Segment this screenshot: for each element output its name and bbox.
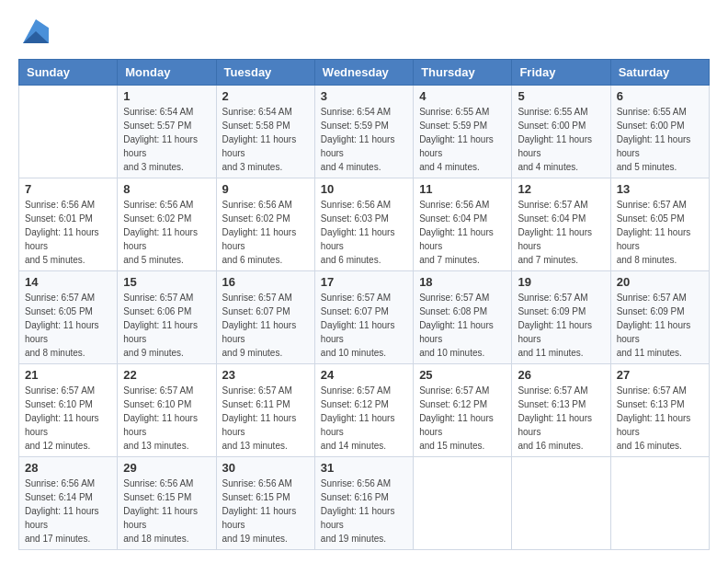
calendar-cell: 10Sunrise: 6:56 AMSunset: 6:03 PMDayligh…	[314, 178, 413, 271]
calendar-cell: 14Sunrise: 6:57 AMSunset: 6:05 PMDayligh…	[19, 271, 118, 364]
day-number: 18	[419, 275, 506, 289]
calendar-cell	[512, 457, 610, 550]
calendar-cell: 29Sunrise: 6:56 AMSunset: 6:15 PMDayligh…	[118, 457, 216, 550]
calendar-cell: 7Sunrise: 6:56 AMSunset: 6:01 PMDaylight…	[19, 178, 118, 271]
day-number: 16	[222, 275, 309, 289]
sun-info: Sunrise: 6:57 AMSunset: 6:12 PMDaylight:…	[321, 384, 407, 453]
day-number: 9	[222, 182, 309, 196]
day-number: 30	[222, 461, 309, 475]
calendar-cell: 20Sunrise: 6:57 AMSunset: 6:09 PMDayligh…	[610, 271, 709, 364]
day-number: 31	[321, 461, 407, 475]
calendar-cell: 26Sunrise: 6:57 AMSunset: 6:13 PMDayligh…	[512, 364, 610, 457]
sun-info: Sunrise: 6:56 AMSunset: 6:15 PMDaylight:…	[222, 477, 309, 546]
sun-info: Sunrise: 6:56 AMSunset: 6:14 PMDaylight:…	[25, 477, 111, 546]
calendar-cell: 21Sunrise: 6:57 AMSunset: 6:10 PMDayligh…	[19, 364, 118, 457]
day-header-thursday: Thursday	[414, 60, 512, 86]
sun-info: Sunrise: 6:55 AMSunset: 5:59 PMDaylight:…	[419, 105, 506, 174]
day-number: 8	[123, 182, 210, 196]
calendar-cell: 1Sunrise: 6:54 AMSunset: 5:57 PMDaylight…	[118, 86, 216, 178]
day-number: 13	[617, 182, 703, 196]
calendar-cell: 22Sunrise: 6:57 AMSunset: 6:10 PMDayligh…	[118, 364, 216, 457]
calendar-cell: 28Sunrise: 6:56 AMSunset: 6:14 PMDayligh…	[19, 457, 118, 550]
calendar-cell	[610, 457, 709, 550]
calendar-cell: 18Sunrise: 6:57 AMSunset: 6:08 PMDayligh…	[414, 271, 512, 364]
sun-info: Sunrise: 6:57 AMSunset: 6:05 PMDaylight:…	[25, 291, 111, 360]
calendar-cell: 5Sunrise: 6:55 AMSunset: 6:00 PMDaylight…	[512, 86, 610, 178]
calendar-cell: 2Sunrise: 6:54 AMSunset: 5:58 PMDaylight…	[216, 86, 314, 178]
calendar-cell	[19, 86, 118, 178]
calendar-cell: 30Sunrise: 6:56 AMSunset: 6:15 PMDayligh…	[216, 457, 314, 550]
sun-info: Sunrise: 6:57 AMSunset: 6:08 PMDaylight:…	[419, 291, 506, 360]
header	[18, 18, 710, 44]
day-number: 17	[321, 275, 407, 289]
day-number: 26	[518, 368, 604, 382]
sun-info: Sunrise: 6:57 AMSunset: 6:04 PMDaylight:…	[518, 198, 604, 267]
day-number: 6	[617, 89, 703, 103]
day-number: 2	[222, 89, 309, 103]
logo-icon	[23, 18, 49, 44]
calendar-cell: 8Sunrise: 6:56 AMSunset: 6:02 PMDaylight…	[118, 178, 216, 271]
day-number: 24	[321, 368, 407, 382]
calendar-cell	[414, 457, 512, 550]
calendar-cell: 15Sunrise: 6:57 AMSunset: 6:06 PMDayligh…	[118, 271, 216, 364]
day-number: 3	[321, 89, 407, 103]
calendar-cell: 12Sunrise: 6:57 AMSunset: 6:04 PMDayligh…	[512, 178, 610, 271]
day-number: 12	[518, 182, 604, 196]
sun-info: Sunrise: 6:56 AMSunset: 6:02 PMDaylight:…	[123, 198, 210, 267]
day-header-sunday: Sunday	[19, 60, 118, 86]
calendar-cell: 27Sunrise: 6:57 AMSunset: 6:13 PMDayligh…	[610, 364, 709, 457]
sun-info: Sunrise: 6:57 AMSunset: 6:13 PMDaylight:…	[518, 384, 604, 453]
sun-info: Sunrise: 6:57 AMSunset: 6:12 PMDaylight:…	[419, 384, 506, 453]
sun-info: Sunrise: 6:56 AMSunset: 6:01 PMDaylight:…	[25, 198, 111, 267]
sun-info: Sunrise: 6:54 AMSunset: 5:59 PMDaylight:…	[321, 105, 407, 174]
calendar-cell: 9Sunrise: 6:56 AMSunset: 6:02 PMDaylight…	[216, 178, 314, 271]
sun-info: Sunrise: 6:56 AMSunset: 6:15 PMDaylight:…	[123, 477, 210, 546]
sun-info: Sunrise: 6:57 AMSunset: 6:10 PMDaylight:…	[25, 384, 111, 453]
calendar-cell: 13Sunrise: 6:57 AMSunset: 6:05 PMDayligh…	[610, 178, 709, 271]
day-number: 10	[321, 182, 407, 196]
day-number: 25	[419, 368, 506, 382]
calendar-week-row: 28Sunrise: 6:56 AMSunset: 6:14 PMDayligh…	[19, 457, 710, 550]
day-number: 20	[617, 275, 703, 289]
sun-info: Sunrise: 6:57 AMSunset: 6:07 PMDaylight:…	[321, 291, 407, 360]
day-number: 28	[25, 461, 111, 475]
calendar-cell: 11Sunrise: 6:56 AMSunset: 6:04 PMDayligh…	[414, 178, 512, 271]
day-header-tuesday: Tuesday	[216, 60, 314, 86]
day-number: 29	[123, 461, 210, 475]
calendar-cell: 3Sunrise: 6:54 AMSunset: 5:59 PMDaylight…	[314, 86, 413, 178]
day-number: 15	[123, 275, 210, 289]
day-header-wednesday: Wednesday	[314, 60, 413, 86]
calendar-cell: 16Sunrise: 6:57 AMSunset: 6:07 PMDayligh…	[216, 271, 314, 364]
day-number: 19	[518, 275, 604, 289]
sun-info: Sunrise: 6:56 AMSunset: 6:02 PMDaylight:…	[222, 198, 309, 267]
day-header-friday: Friday	[512, 60, 610, 86]
day-number: 21	[25, 368, 111, 382]
day-number: 23	[222, 368, 309, 382]
calendar-week-row: 14Sunrise: 6:57 AMSunset: 6:05 PMDayligh…	[19, 271, 710, 364]
sun-info: Sunrise: 6:55 AMSunset: 6:00 PMDaylight:…	[518, 105, 604, 174]
sun-info: Sunrise: 6:57 AMSunset: 6:05 PMDaylight:…	[617, 198, 703, 267]
calendar-cell: 4Sunrise: 6:55 AMSunset: 5:59 PMDaylight…	[414, 86, 512, 178]
day-number: 14	[25, 275, 111, 289]
sun-info: Sunrise: 6:54 AMSunset: 5:58 PMDaylight:…	[222, 105, 309, 174]
sun-info: Sunrise: 6:57 AMSunset: 6:06 PMDaylight:…	[123, 291, 210, 360]
calendar-cell: 17Sunrise: 6:57 AMSunset: 6:07 PMDayligh…	[314, 271, 413, 364]
day-number: 7	[25, 182, 111, 196]
day-number: 4	[419, 89, 506, 103]
day-header-saturday: Saturday	[610, 60, 709, 86]
sun-info: Sunrise: 6:57 AMSunset: 6:13 PMDaylight:…	[617, 384, 703, 453]
calendar-cell: 19Sunrise: 6:57 AMSunset: 6:09 PMDayligh…	[512, 271, 610, 364]
calendar-week-row: 7Sunrise: 6:56 AMSunset: 6:01 PMDaylight…	[19, 178, 710, 271]
day-number: 11	[419, 182, 506, 196]
day-number: 27	[617, 368, 703, 382]
sun-info: Sunrise: 6:57 AMSunset: 6:10 PMDaylight:…	[123, 384, 210, 453]
sun-info: Sunrise: 6:55 AMSunset: 6:00 PMDaylight:…	[617, 105, 703, 174]
day-number: 22	[123, 368, 210, 382]
calendar-week-row: 21Sunrise: 6:57 AMSunset: 6:10 PMDayligh…	[19, 364, 710, 457]
calendar-cell: 24Sunrise: 6:57 AMSunset: 6:12 PMDayligh…	[314, 364, 413, 457]
logo	[18, 18, 49, 44]
day-number: 1	[123, 89, 210, 103]
sun-info: Sunrise: 6:54 AMSunset: 5:57 PMDaylight:…	[123, 105, 210, 174]
sun-info: Sunrise: 6:56 AMSunset: 6:03 PMDaylight:…	[321, 198, 407, 267]
sun-info: Sunrise: 6:56 AMSunset: 6:04 PMDaylight:…	[419, 198, 506, 267]
